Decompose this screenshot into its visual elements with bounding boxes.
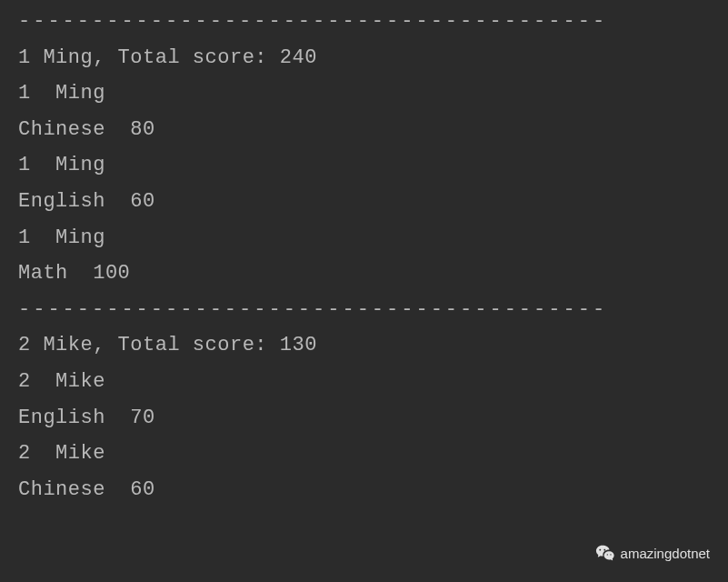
separator-line: ---------------------------------------- xyxy=(18,292,710,328)
student-header: 1 Ming, Total score: 240 xyxy=(18,40,710,76)
watermark-text: amazingdotnet xyxy=(621,541,710,566)
subject-score: English 70 xyxy=(18,400,710,436)
wechat-icon xyxy=(595,544,615,564)
subject-score: Chinese 60 xyxy=(18,472,710,508)
student-id-name: 1 Ming xyxy=(18,75,710,112)
student-id-name: 2 Mike xyxy=(18,364,710,400)
student-id-name: 2 Mike xyxy=(18,436,710,472)
subject-score: Chinese 80 xyxy=(18,112,710,148)
student-header: 2 Mike, Total score: 130 xyxy=(18,327,710,364)
student-id-name: 1 Ming xyxy=(18,147,710,184)
separator-line: ---------------------------------------- xyxy=(18,4,710,40)
student-id-name: 1 Ming xyxy=(18,220,710,256)
watermark: amazingdotnet xyxy=(595,541,710,566)
subject-score: English 60 xyxy=(18,184,710,220)
terminal-output: ----------------------------------------… xyxy=(18,4,710,507)
subject-score: Math 100 xyxy=(18,256,710,292)
